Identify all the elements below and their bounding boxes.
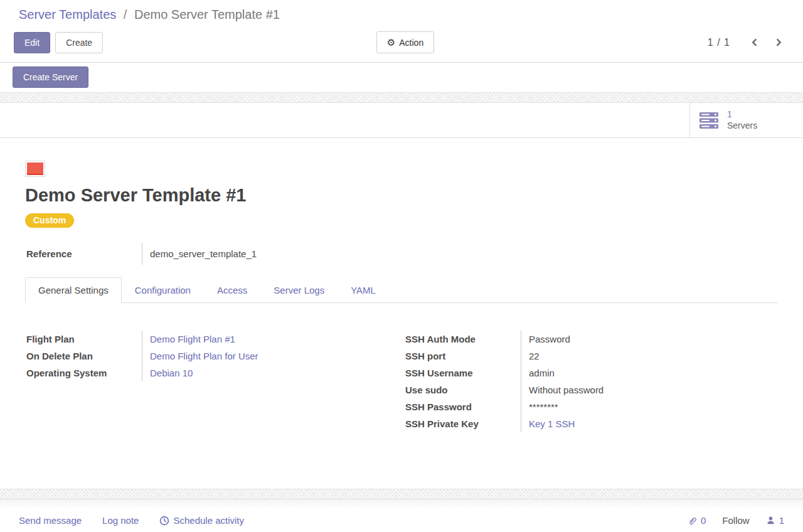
tab-yaml[interactable]: YAML	[338, 277, 389, 302]
servers-stat-button[interactable]: 1 Servers	[689, 103, 803, 137]
paperclip-icon	[688, 516, 697, 526]
sheet-body: Demo Server Template #1 Custom Reference…	[0, 161, 803, 432]
send-message-button[interactable]: Send message	[19, 515, 82, 526]
chatter: Send message Log note Schedule activity …	[0, 499, 803, 532]
ssh-password-label: SSH Password	[404, 398, 521, 415]
breadcrumb-parent-link[interactable]: Server Templates	[19, 8, 116, 21]
flight-plan-link[interactable]: Demo Flight Plan #1	[150, 334, 235, 344]
action-button[interactable]: ⚙ Action	[376, 31, 434, 53]
chevron-left-icon	[752, 38, 760, 46]
record-image-fill	[27, 162, 43, 175]
schedule-activity-button[interactable]: Schedule activity	[159, 515, 244, 526]
toolbar: Edit Create ⚙ Action 1 / 1	[0, 31, 803, 62]
notebook-tabs: General Settings Configuration Access Se…	[25, 277, 778, 303]
reference-field-group: Reference demo_server_template_1	[25, 243, 376, 265]
reference-value: demo_server_template_1	[142, 243, 376, 265]
ssh-private-key-label: SSH Private Key	[404, 415, 521, 432]
hatched-divider-bottom	[0, 489, 803, 499]
chatter-meta: 0 Follow 1	[688, 515, 784, 526]
field-group-right: SSH Auth Mode Password SSH port 22 SSH U…	[402, 331, 778, 432]
create-server-button[interactable]: Create Server	[13, 66, 88, 88]
breadcrumb-separator: /	[124, 8, 127, 21]
record-title: Demo Server Template #1	[25, 185, 778, 206]
record-image	[25, 161, 45, 177]
action-button-label: Action	[399, 38, 423, 47]
ssh-auth-mode-value: Password	[521, 331, 778, 348]
gear-icon: ⚙	[387, 38, 395, 47]
tab-configuration[interactable]: Configuration	[122, 277, 204, 302]
toolbar-left: Edit Create	[14, 32, 103, 53]
general-settings-panel: Flight Plan Demo Flight Plan #1 On Delet…	[25, 331, 778, 432]
on-delete-plan-link[interactable]: Demo Flight Plan for User	[150, 351, 258, 361]
ssh-username-value: admin	[521, 364, 778, 381]
ssh-port-value: 22	[521, 348, 778, 364]
servers-count: 1	[727, 109, 757, 120]
control-panel: Server Templates / Demo Server Template …	[0, 0, 803, 63]
attachments-button[interactable]: 0	[688, 515, 706, 526]
flight-plan-label: Flight Plan	[25, 331, 142, 348]
on-delete-plan-label: On Delete Plan	[25, 348, 142, 364]
server-icon	[699, 112, 720, 129]
form-sheet: 1 Servers Demo Server Template #1 Custom…	[0, 103, 803, 489]
ssh-private-key-value: Key 1 SSH	[521, 415, 778, 432]
record-action-bar: Create Server	[0, 63, 803, 92]
followers-button[interactable]: 1	[766, 515, 784, 526]
stat-button-row: 1 Servers	[0, 103, 803, 138]
operating-system-label: Operating System	[25, 364, 142, 381]
hatched-divider-top	[0, 92, 803, 103]
toolbar-center: ⚙ Action	[103, 31, 708, 53]
pager: 1 / 1	[708, 34, 784, 51]
ssh-port-label: SSH port	[404, 348, 521, 364]
field-group-left: Flight Plan Demo Flight Plan #1 On Delet…	[25, 331, 402, 432]
servers-label: Servers	[727, 120, 757, 132]
person-icon	[766, 516, 775, 525]
schedule-activity-label: Schedule activity	[173, 515, 244, 526]
reference-label: Reference	[25, 243, 142, 265]
clock-icon	[159, 516, 169, 526]
use-sudo-label: Use sudo	[404, 381, 521, 398]
followers-count: 1	[779, 515, 784, 526]
pager-next-button[interactable]	[771, 34, 784, 51]
tab-access[interactable]: Access	[204, 277, 260, 302]
edit-button[interactable]: Edit	[14, 32, 50, 53]
tab-server-logs[interactable]: Server Logs	[260, 277, 338, 302]
operating-system-link[interactable]: Debian 10	[150, 368, 193, 378]
flight-plan-value: Demo Flight Plan #1	[142, 331, 402, 348]
breadcrumb: Server Templates / Demo Server Template …	[0, 8, 803, 22]
operating-system-value: Debian 10	[142, 364, 402, 381]
follow-button[interactable]: Follow	[722, 515, 749, 526]
ssh-auth-mode-label: SSH Auth Mode	[404, 331, 521, 348]
breadcrumb-current: Demo Server Template #1	[134, 8, 280, 21]
log-note-button[interactable]: Log note	[102, 515, 139, 526]
on-delete-plan-value: Demo Flight Plan for User	[142, 348, 402, 364]
pager-counter: 1 / 1	[708, 37, 730, 48]
ssh-username-label: SSH Username	[404, 364, 521, 381]
chatter-actions: Send message Log note Schedule activity	[19, 515, 244, 526]
attachments-count: 0	[701, 515, 706, 526]
create-button[interactable]: Create	[55, 32, 103, 53]
tab-general-settings[interactable]: General Settings	[25, 277, 122, 303]
pager-previous-button[interactable]	[749, 34, 762, 51]
use-sudo-value: Without password	[521, 381, 778, 398]
stat-text: 1 Servers	[727, 109, 757, 131]
ssh-password-value: ********	[521, 398, 778, 415]
ssh-private-key-link[interactable]: Key 1 SSH	[529, 418, 575, 429]
custom-badge: Custom	[25, 213, 74, 228]
chevron-right-icon	[774, 38, 782, 46]
